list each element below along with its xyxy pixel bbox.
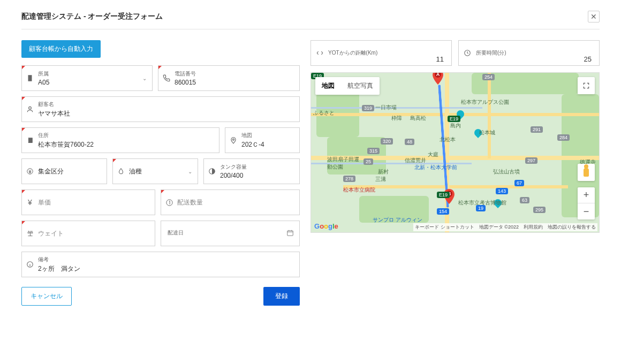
route-shield: 291	[531, 126, 543, 133]
poi-label: 波田扇子田運動公園	[327, 156, 359, 171]
route-shield: 48	[405, 139, 414, 145]
route-shield: 63	[520, 197, 529, 203]
mapcode-value: 202Ｃ-4	[241, 140, 295, 149]
address-label: 住所	[38, 132, 215, 139]
affiliation-label: 所属	[38, 70, 133, 78]
poi-label: ふるさと	[313, 109, 335, 117]
weight-field[interactable]: ウェイト	[21, 221, 155, 246]
route-map[interactable]: A B 一日市場 枠障 島高松 島内 北松本 松本城 松本市アルプス公園 大庭 …	[310, 72, 600, 233]
svg-rect-3	[27, 140, 28, 140]
oiltype-select[interactable]: 油種 ⌄	[112, 158, 198, 184]
tankcapacity-value: 200/400	[220, 172, 295, 179]
deliverydate-field[interactable]: 配達日	[161, 221, 300, 246]
phone-icon	[158, 74, 175, 82]
phone-value: 860015	[175, 79, 295, 86]
cancel-button[interactable]: キャンセル	[21, 287, 72, 306]
route-shield: 320	[381, 138, 393, 145]
route-shield: 254	[482, 74, 495, 80]
route-shield: 295	[533, 207, 546, 213]
poi-label: 一日市場	[375, 104, 397, 111]
svg-rect-1	[28, 138, 32, 143]
map-type-satellite-button[interactable]: 航空写真	[341, 77, 380, 95]
contrast-icon	[204, 168, 220, 175]
zoom-in-button[interactable]: +	[578, 187, 595, 203]
marker-a[interactable]: A	[433, 72, 443, 85]
poi-label: 新村	[378, 168, 389, 176]
poi-label: 松本城	[479, 129, 495, 136]
close-button[interactable]: ✕	[588, 11, 600, 22]
customer-field[interactable]: 顧客名 ヤマサ本社	[21, 96, 300, 122]
submit-button[interactable]: 登録	[263, 287, 300, 306]
poi-label: 弘法山古墳	[493, 168, 520, 176]
time-value: 25	[584, 55, 599, 65]
route-shield: 315	[367, 148, 380, 154]
phone-field[interactable]: 電話番号 860015	[158, 65, 300, 91]
pin-icon	[225, 136, 241, 144]
map-attribution: キーボード ショートカット 地図データ ©2022 利用規約 地図の誤りを報告す…	[413, 223, 597, 231]
quantity-label: 配送数量	[177, 198, 295, 207]
tankcapacity-field[interactable]: タンク容量 200/400	[203, 158, 300, 184]
svg-rect-2	[27, 139, 28, 139]
route-shield: 278	[343, 176, 355, 182]
route-shield: E19	[448, 116, 460, 122]
customer-label: 顧客名	[38, 101, 295, 108]
route-shield: 25	[363, 158, 373, 165]
building-icon	[22, 74, 38, 82]
pegman-button[interactable]	[578, 164, 595, 181]
unitprice-field[interactable]: ¥ 単価	[21, 189, 155, 215]
autofill-from-ledger-button[interactable]: 顧客台帳から自動入力	[21, 40, 101, 58]
affiliation-select[interactable]: 所属 A05 ⌄	[21, 65, 153, 91]
poi-label: 北松本	[440, 136, 456, 143]
collecttype-select[interactable]: 集金区分	[21, 158, 107, 184]
address-book-icon	[22, 136, 38, 144]
poi-label: 枠障	[391, 115, 402, 122]
route-shield: 19	[476, 205, 486, 211]
phone-label: 電話番号	[175, 70, 295, 78]
remarks-field[interactable]: 備考 2ヶ所 満タン	[21, 252, 300, 277]
map-type-control[interactable]: 地図 航空写真	[315, 77, 380, 95]
yen-icon: ¥	[22, 198, 38, 207]
deliverydate-label: 配達日	[168, 229, 277, 237]
distance-label: YOTからの距離(Km)	[328, 49, 436, 57]
person-icon	[22, 105, 38, 113]
order-form: 顧客台帳から自動入力 所属 A05 ⌄ 電話番号 860015	[21, 40, 300, 306]
svg-text:A: A	[436, 72, 440, 77]
remarks-value: 2ヶ所 満タン	[38, 264, 295, 274]
yen-circle-icon	[22, 168, 38, 175]
distance-value: 11	[436, 55, 451, 65]
droplet-icon	[113, 168, 129, 175]
page-title: 配達管理システム - オーダー受注フォーム	[21, 12, 163, 21]
svg-point-0	[29, 107, 32, 109]
chevron-down-icon: ⌄	[183, 169, 198, 175]
svg-rect-4	[27, 141, 28, 142]
affiliation-value: A05	[38, 79, 133, 86]
unitprice-label: 単価	[38, 198, 150, 207]
poi-label: 大庭	[428, 151, 438, 158]
map-type-map-button[interactable]: 地図	[315, 77, 341, 95]
time-card: 所要時間(分) 25	[458, 40, 600, 66]
svg-point-5	[233, 139, 234, 140]
calendar-icon	[281, 229, 299, 238]
poi-label: 島高松	[410, 115, 426, 122]
route-shield: 67	[514, 180, 524, 186]
poi-label: 北新・松本大学前	[414, 164, 457, 171]
fullscreen-button[interactable]	[578, 77, 595, 94]
mapcode-field[interactable]: 地図 202Ｃ-4	[225, 127, 300, 153]
info-icon	[22, 261, 38, 268]
poi-label: 松本市アルプス公園	[461, 98, 509, 106]
route-shield: 297	[525, 157, 537, 164]
zoom-out-button[interactable]: −	[578, 203, 595, 219]
poi-label: 三溝	[375, 176, 386, 183]
route-shield: 143	[496, 188, 508, 194]
weight-label: ウェイト	[38, 229, 150, 238]
route-shield: 154	[437, 208, 449, 215]
distance-card: YOTからの距離(Km) 11	[310, 40, 452, 66]
route-shield: E19	[437, 192, 450, 198]
one-circle-icon	[161, 199, 177, 207]
address-field[interactable]: 住所 松本市笹賀7600-22	[21, 127, 219, 153]
svg-rect-9	[287, 230, 293, 235]
poi-label: サンプロ アルウィン	[373, 216, 422, 224]
route-shield: 319	[362, 105, 374, 111]
quantity-field[interactable]: 配送数量	[161, 189, 300, 215]
remarks-label: 備考	[38, 256, 295, 263]
